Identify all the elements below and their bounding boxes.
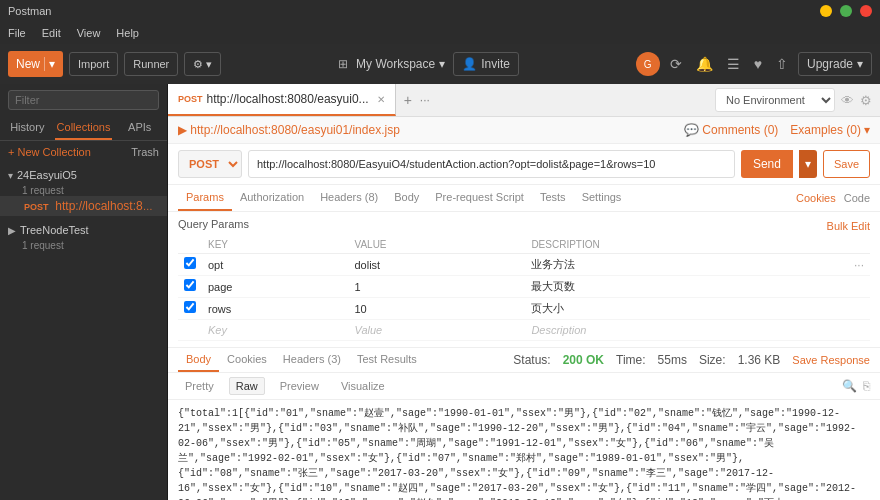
main-area: History Collections APIs + New Collectio… xyxy=(0,84,880,500)
param-new-desc[interactable]: Description xyxy=(531,324,586,336)
req-tab-prerequest[interactable]: Pre-request Script xyxy=(427,185,532,211)
param-0-actions[interactable]: ··· xyxy=(854,258,864,272)
settings-button[interactable]: ⚙ ▾ xyxy=(184,52,221,76)
collection-2-arrow: ▶ xyxy=(8,225,16,236)
col-key: KEY xyxy=(202,236,348,254)
resp-tab-headers[interactable]: Headers (3) xyxy=(275,348,349,372)
notification-icon[interactable]: 🔔 xyxy=(692,54,717,74)
invite-button[interactable]: 👤 Invite xyxy=(453,52,519,76)
search-input[interactable] xyxy=(8,90,159,110)
req-tab-settings[interactable]: Settings xyxy=(574,185,630,211)
send-dropdown-button[interactable]: ▾ xyxy=(799,150,817,178)
request-builder: POST Send ▾ Save xyxy=(168,144,880,185)
tab-0[interactable]: POST http://localhost:8080/easyui0... ✕ xyxy=(168,84,396,116)
tab-add-button[interactable]: + xyxy=(396,92,420,108)
close-button[interactable] xyxy=(860,5,872,17)
collection-1-count: 1 request xyxy=(0,185,167,196)
cookies-link[interactable]: Cookies xyxy=(796,192,836,204)
comments-area: 💬 Comments (0) Examples (0) ▾ xyxy=(684,123,870,137)
sync-icon[interactable]: ⟳ xyxy=(666,54,686,74)
upgrade-button[interactable]: Upgrade ▾ xyxy=(798,52,872,76)
response-section: Body Cookies Headers (3) Test Results St… xyxy=(168,347,880,500)
new-collection-button[interactable]: + New Collection xyxy=(8,146,91,158)
copy-icon[interactable]: ⎘ xyxy=(863,379,870,393)
collection-2-header[interactable]: ▶ TreeNodeTest xyxy=(0,220,167,240)
collection-1-header[interactable]: ▾ 24EasyuiO5 xyxy=(0,165,167,185)
examples-arrow: ▾ xyxy=(864,123,870,137)
eye-icon[interactable]: 👁 xyxy=(841,93,854,108)
method-select[interactable]: POST xyxy=(178,150,242,178)
maximize-button[interactable] xyxy=(840,5,852,17)
time-value: 55ms xyxy=(658,353,687,367)
collection-1-item-0[interactable]: POST http://localhost:8080/easyui/ind... xyxy=(0,196,167,216)
bulk-edit-button[interactable]: Bulk Edit xyxy=(827,220,870,232)
resp-tab-test-results[interactable]: Test Results xyxy=(349,348,425,372)
sidebar-tab-history[interactable]: History xyxy=(0,116,55,140)
tab-0-method: POST xyxy=(178,94,203,104)
comments-button[interactable]: 💬 Comments (0) xyxy=(684,123,778,137)
save-response-button[interactable]: Save Response xyxy=(792,354,870,366)
save-button[interactable]: Save xyxy=(823,150,870,178)
resp-tab-cookies[interactable]: Cookies xyxy=(219,348,275,372)
resp-sub-tab-preview[interactable]: Preview xyxy=(273,377,326,395)
workspace-selector[interactable]: My Workspace ▾ xyxy=(356,57,445,71)
user-avatar[interactable]: G xyxy=(636,52,660,76)
request-url-display-bar: ▶ http://localhost:8080/easyui01/index.j… xyxy=(168,117,880,144)
param-1-key: page xyxy=(208,281,232,293)
runner-button[interactable]: Runner xyxy=(124,52,178,76)
gear-icon[interactable]: ⚙ xyxy=(860,93,872,108)
param-1-checkbox[interactable] xyxy=(184,279,196,291)
examples-button[interactable]: Examples (0) ▾ xyxy=(790,123,870,137)
param-row-1: page 1 最大页数 xyxy=(178,276,870,298)
menu-file[interactable]: File xyxy=(8,27,26,39)
req-tab-auth[interactable]: Authorization xyxy=(232,185,312,211)
send-button[interactable]: Send xyxy=(741,150,793,178)
resp-sub-tab-raw[interactable]: Raw xyxy=(229,377,265,395)
collection-2-count: 1 request xyxy=(0,240,167,251)
environment-select[interactable]: No Environment xyxy=(715,88,835,112)
tab-more-button[interactable]: ··· xyxy=(420,93,430,107)
req-tab-tests[interactable]: Tests xyxy=(532,185,574,211)
param-0-checkbox[interactable] xyxy=(184,257,196,269)
menu-view[interactable]: View xyxy=(77,27,101,39)
sidebar-tabs: History Collections APIs xyxy=(0,116,167,141)
resp-tab-body[interactable]: Body xyxy=(178,348,219,372)
param-new-value[interactable]: Value xyxy=(354,324,382,336)
params-table: KEY VALUE DESCRIPTION opt dolist 业务方法 ··… xyxy=(178,236,870,341)
col-description: DESCRIPTION xyxy=(525,236,848,254)
param-2-checkbox[interactable] xyxy=(184,301,196,313)
trash-link[interactable]: Trash xyxy=(131,146,159,158)
search-icon[interactable]: 🔍 xyxy=(842,379,857,393)
param-2-key: rows xyxy=(208,303,231,315)
workspace-grid-icon: ⊞ xyxy=(338,57,348,71)
param-new-key[interactable]: Key xyxy=(208,324,227,336)
sidebar-tab-apis[interactable]: APIs xyxy=(112,116,167,140)
new-button[interactable]: New ▾ xyxy=(8,51,63,77)
req-tab-params[interactable]: Params xyxy=(178,185,232,211)
settings-icon[interactable]: ☰ xyxy=(723,54,744,74)
share-icon[interactable]: ⇧ xyxy=(772,54,792,74)
req-tab-headers[interactable]: Headers (8) xyxy=(312,185,386,211)
menu-help[interactable]: Help xyxy=(116,27,139,39)
params-title: Query Params xyxy=(178,218,249,230)
param-row-new: Key Value Description xyxy=(178,320,870,341)
minimize-button[interactable] xyxy=(820,5,832,17)
sidebar-tab-collections[interactable]: Collections xyxy=(55,116,113,140)
menu-edit[interactable]: Edit xyxy=(42,27,61,39)
import-button[interactable]: Import xyxy=(69,52,118,76)
workspace-arrow: ▾ xyxy=(439,57,445,71)
heart-icon[interactable]: ♥ xyxy=(750,54,766,74)
tab-0-close[interactable]: ✕ xyxy=(377,94,385,105)
resp-sub-tab-pretty[interactable]: Pretty xyxy=(178,377,221,395)
query-params-section: Query Params Bulk Edit KEY VALUE DESCRIP… xyxy=(168,212,880,347)
code-link[interactable]: Code xyxy=(844,192,870,204)
resp-sub-tab-visualize[interactable]: Visualize xyxy=(334,377,392,395)
toolbar-center: ⊞ My Workspace ▾ 👤 Invite xyxy=(227,52,629,76)
new-dropdown-arrow[interactable]: ▾ xyxy=(44,57,55,71)
req-tab-body[interactable]: Body xyxy=(386,185,427,211)
url-input[interactable] xyxy=(248,150,735,178)
status-value: 200 OK xyxy=(563,353,604,367)
request-url-link[interactable]: ▶ http://localhost:8080/easyui01/index.j… xyxy=(178,123,400,137)
size-value: 1.36 KB xyxy=(738,353,781,367)
collection-1-name: 24EasyuiO5 xyxy=(17,169,159,181)
